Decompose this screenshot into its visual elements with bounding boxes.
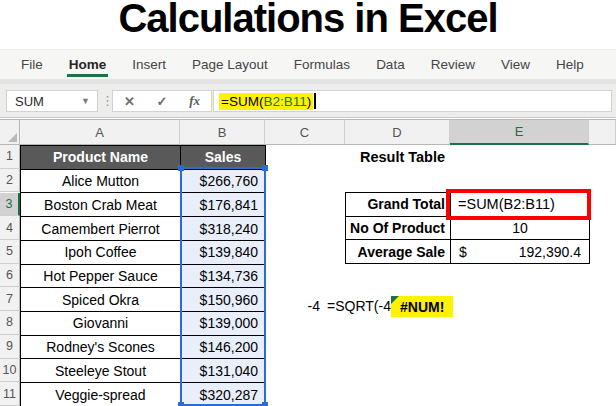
- cell-sales[interactable]: $176,841: [181, 193, 266, 217]
- cell-product-name[interactable]: Spiced Okra: [21, 288, 181, 312]
- cell-sales[interactable]: $139,840: [181, 241, 266, 265]
- average-sale-label[interactable]: Average Sale: [346, 240, 451, 264]
- row-header-4[interactable]: 4: [0, 216, 20, 240]
- cell-product-name[interactable]: Camembert Pierrot: [21, 217, 181, 241]
- text-cursor: [314, 93, 316, 109]
- cell-sales[interactable]: $150,960: [181, 288, 266, 312]
- error-indicator-icon: [391, 296, 399, 304]
- grand-total-label[interactable]: Grand Total: [346, 193, 451, 217]
- cell-sales[interactable]: $146,200: [181, 336, 266, 360]
- column-header-c[interactable]: C: [265, 119, 345, 145]
- cell-a1-product-name-header[interactable]: Product Name: [21, 146, 181, 170]
- row-header-9[interactable]: 9: [0, 335, 20, 359]
- formula-input[interactable]: =SUM(B2:B11): [213, 90, 612, 112]
- cell-b1-sales-header[interactable]: Sales: [181, 146, 266, 170]
- grand-total-formula-cell[interactable]: =SUM(B2:B11): [451, 193, 590, 217]
- ribbon-tab-formulas[interactable]: Formulas: [281, 50, 363, 79]
- num-error-cell[interactable]: #NUM!: [391, 296, 453, 317]
- ribbon-tab-home[interactable]: Home: [56, 50, 120, 79]
- ribbon-tab-view[interactable]: View: [488, 50, 543, 79]
- row-header-8[interactable]: 8: [0, 311, 20, 335]
- column-header-d[interactable]: D: [345, 119, 450, 145]
- cell-product-name[interactable]: Rodney's Scones: [21, 336, 181, 360]
- currency-symbol: $: [459, 244, 467, 260]
- cell-product-name[interactable]: Alice Mutton: [21, 170, 181, 194]
- row-header-6[interactable]: 6: [0, 264, 20, 288]
- result-table: Grand Total =SUM(B2:B11) No Of Product 1…: [345, 192, 590, 264]
- name-box-value: SUM: [15, 94, 44, 109]
- num-error-text: #NUM!: [400, 299, 444, 315]
- sqrt-input-value[interactable]: -4: [290, 298, 320, 314]
- row-header-7[interactable]: 7: [0, 287, 20, 311]
- cell-product-name[interactable]: Giovanni: [21, 312, 181, 336]
- row-header-5[interactable]: 5: [0, 240, 20, 264]
- column-header-e[interactable]: E: [450, 119, 589, 145]
- no-of-product-label[interactable]: No Of Product: [346, 217, 451, 241]
- enter-icon[interactable]: ✓: [157, 94, 168, 109]
- ribbon-tab-file[interactable]: File: [8, 50, 56, 79]
- ribbon-tab-review[interactable]: Review: [418, 50, 488, 79]
- cell-product-name[interactable]: Hot Pepper Sauce: [21, 265, 181, 289]
- ribbon: File Home Insert Page Layout Formulas Da…: [0, 49, 616, 79]
- name-box[interactable]: SUM ▼: [6, 90, 98, 112]
- row-header-11[interactable]: 11: [0, 382, 20, 406]
- chevron-down-icon[interactable]: ▼: [81, 96, 97, 106]
- formula-text: =SUM(B2:B11): [219, 93, 313, 110]
- ribbon-tab-page-layout[interactable]: Page Layout: [179, 50, 281, 79]
- column-header-a[interactable]: A: [20, 119, 180, 145]
- cell-sales[interactable]: $318,240: [181, 217, 266, 241]
- cell-product-name[interactable]: Ipoh Coffee: [21, 241, 181, 265]
- page-title: Calculations in Excel: [0, 0, 616, 41]
- row-header-1[interactable]: 1: [0, 145, 20, 169]
- product-table: Product Name Sales Alice Mutton $266,760…: [20, 145, 266, 406]
- cell-product-name[interactable]: Veggie-spread: [21, 383, 181, 406]
- column-header-f[interactable]: [589, 119, 616, 145]
- cell-sales[interactable]: $320,287: [181, 383, 266, 406]
- sqrt-formula-text[interactable]: =SQRT(-4): [327, 298, 396, 314]
- cell-sales[interactable]: $131,040: [181, 359, 266, 383]
- select-all-corner[interactable]: [0, 119, 20, 145]
- formula-buttons: ✕ ✓ fx: [112, 90, 212, 112]
- average-sale-value-cell[interactable]: $ 192,390.4: [451, 240, 590, 264]
- ribbon-tab-help[interactable]: Help: [543, 50, 597, 79]
- ribbon-tab-insert[interactable]: Insert: [119, 50, 179, 79]
- average-sale-amount: 192,390.4: [519, 244, 581, 260]
- column-header-b[interactable]: B: [180, 119, 265, 145]
- result-table-title: Result Table: [345, 145, 460, 169]
- cancel-icon[interactable]: ✕: [124, 94, 135, 109]
- cell-sales[interactable]: $134,736: [181, 265, 266, 289]
- formula-range-ref: B2:B11: [263, 94, 306, 109]
- cell-sales[interactable]: $266,760: [181, 170, 266, 194]
- cell-product-name[interactable]: Steeleye Stout: [21, 359, 181, 383]
- cell-sales[interactable]: $139,000: [181, 312, 266, 336]
- formula-bar: SUM ▼ ⋮ ✕ ✓ fx =SUM(B2:B11): [0, 84, 616, 118]
- row-header-2[interactable]: 2: [0, 169, 20, 193]
- row-header-10[interactable]: 10: [0, 359, 20, 383]
- excel-window: Calculations in Excel File Home Insert P…: [0, 0, 616, 406]
- no-of-product-value[interactable]: 10: [451, 217, 590, 241]
- insert-function-icon[interactable]: fx: [189, 93, 200, 109]
- cell-product-name[interactable]: Boston Crab Meat: [21, 193, 181, 217]
- row-header-3[interactable]: 3: [0, 193, 20, 217]
- ribbon-tab-data[interactable]: Data: [363, 50, 418, 79]
